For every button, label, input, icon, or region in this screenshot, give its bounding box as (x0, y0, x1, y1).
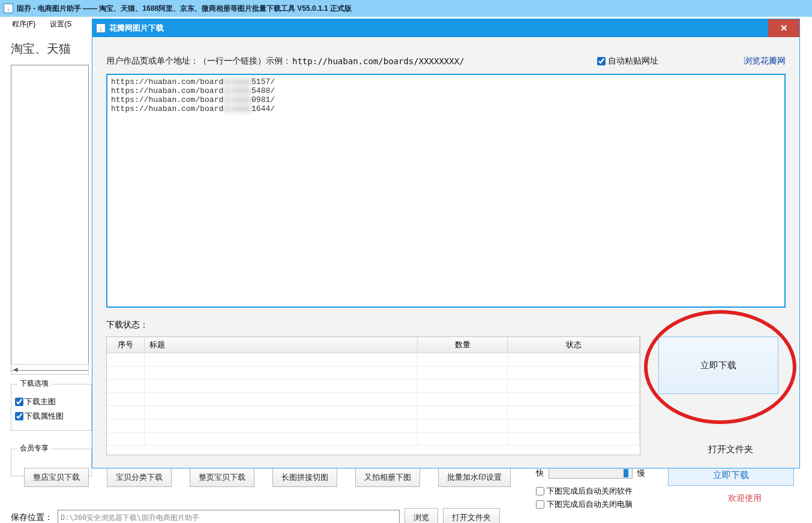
table-row[interactable] (107, 405, 640, 419)
checkbox-auto-close-pc[interactable] (536, 500, 544, 509)
speed-fast-label: 快 (536, 468, 544, 479)
checkbox-auto-close-soft[interactable] (536, 487, 544, 495)
save-label: 保存位置： (11, 512, 53, 523)
table-row[interactable] (107, 379, 640, 392)
menu-program[interactable]: 程序(F) (12, 19, 35, 29)
dialog-titlebar[interactable]: ↓ 花瓣网图片下载 ✕ (92, 19, 799, 37)
col-state[interactable]: 状态 (508, 337, 640, 353)
table-row[interactable] (107, 366, 640, 379)
download-status-label: 下载状态： (106, 320, 148, 330)
menu-settings[interactable]: 设置(S (50, 19, 71, 29)
left-scrollbar[interactable]: ◄ (11, 364, 89, 375)
label-attr-image: 下载属性图 (25, 411, 64, 422)
checkbox-attr-image[interactable] (15, 412, 23, 420)
checkbox-main-image[interactable] (15, 398, 23, 406)
huaban-dialog: ↓ 花瓣网图片下载 ✕ 用户作品页或单个地址：（一行一个链接）示例： http:… (92, 19, 800, 468)
link-browse-huaban[interactable]: 浏览花瓣网 (744, 56, 786, 67)
download-status-table[interactable]: 序号 标题 数量 状态 (106, 336, 640, 455)
hint-label: 用户作品页或单个地址：（一行一个链接）示例： (106, 56, 291, 67)
save-location-row: 保存位置： 浏览 打开文件夹 (11, 508, 500, 523)
btn-download-now[interactable]: 立即下载 (658, 336, 778, 394)
table-row[interactable] (107, 432, 640, 445)
vip-legend: 会员专享 (17, 443, 51, 453)
table-body (107, 353, 640, 445)
main-title: 固乔 - 电商图片助手 —— 淘宝、天猫、1688阿里、京东、微商相册等图片批量… (17, 4, 352, 14)
col-title[interactable]: 标题 (144, 337, 418, 353)
col-seq[interactable]: 序号 (107, 337, 144, 353)
btn-open-folder-main[interactable]: 打开文件夹 (443, 508, 500, 523)
label-auto-close-soft: 下图完成后自动关闭软件 (547, 486, 633, 497)
scroll-left-icon[interactable]: ◄ (11, 365, 20, 374)
app-icon: ↓ (4, 4, 13, 13)
table-row[interactable] (107, 392, 640, 405)
speed-slow-label: 慢 (637, 468, 645, 479)
hint-example: http://huaban.com/boards/XXXXXXXX/ (292, 56, 465, 66)
btn-album[interactable]: 又拍相册下图 (355, 468, 420, 487)
url-line: https://huaban.com/boards/xxxx5488/ (111, 86, 781, 95)
bottom-button-row: 整店宝贝下载 宝贝分类下载 整页宝贝下载 长图拼接切图 又拍相册下图 批量加水印… (24, 468, 511, 487)
main-url-textarea[interactable] (11, 65, 89, 371)
table-row[interactable] (107, 419, 640, 432)
url-textarea[interactable]: https://huaban.com/boards/xxxx5157/https… (106, 74, 786, 308)
label-auto-close-pc: 下图完成后自动关闭电脑 (547, 499, 633, 510)
checkbox-auto-paste[interactable] (597, 57, 606, 65)
url-line: https://huaban.com/boards/xxxx5157/ (111, 77, 781, 86)
btn-whole-shop[interactable]: 整店宝贝下载 (24, 468, 89, 487)
auto-paste-option[interactable]: 自动粘贴网址 (597, 56, 658, 67)
btn-watermark[interactable]: 批量加水印设置 (438, 468, 511, 487)
close-icon: ✕ (780, 23, 788, 34)
download-options-legend: 下载选项 (17, 378, 51, 389)
welcome-text: 欢迎使用 (728, 493, 762, 504)
btn-dialog-open-folder[interactable]: 打开文件夹 (708, 444, 753, 455)
dialog-top-row: 用户作品页或单个地址：（一行一个链接）示例： http://huaban.com… (106, 56, 786, 67)
auto-paste-label: 自动粘贴网址 (608, 56, 658, 67)
btn-browse-save[interactable]: 浏览 (404, 508, 438, 523)
save-path-input[interactable] (58, 510, 400, 523)
label-main-image: 下载主图 (25, 396, 56, 407)
dialog-title: 花瓣网图片下载 (109, 23, 164, 34)
url-line: https://huaban.com/boards/xxxx1644/ (111, 104, 781, 113)
dialog-icon: ↓ (96, 23, 106, 33)
col-count[interactable]: 数量 (418, 337, 508, 353)
table-row[interactable] (107, 353, 640, 366)
main-titlebar: ↓ 固乔 - 电商图片助手 —— 淘宝、天猫、1688阿里、京东、微商相册等图片… (0, 0, 812, 17)
btn-long-image[interactable]: 长图拼接切图 (272, 468, 337, 487)
url-line: https://huaban.com/boards/xxxx0981/ (111, 95, 781, 104)
right-panel: 快 慢 立即下载 下图完成后自动关闭软件 下图完成后自动关闭电脑 欢迎使用 (536, 468, 806, 510)
dialog-close-button[interactable]: ✕ (768, 19, 799, 37)
download-options-group: 下载选项 下载主图 下载属性图 (11, 384, 92, 431)
slider-thumb[interactable] (624, 469, 628, 477)
btn-whole-page[interactable]: 整页宝贝下载 (190, 468, 254, 487)
dialog-body: 用户作品页或单个地址：（一行一个链接）示例： http://huaban.com… (92, 37, 799, 468)
speed-slider[interactable] (549, 468, 633, 479)
btn-category[interactable]: 宝贝分类下载 (107, 468, 172, 487)
